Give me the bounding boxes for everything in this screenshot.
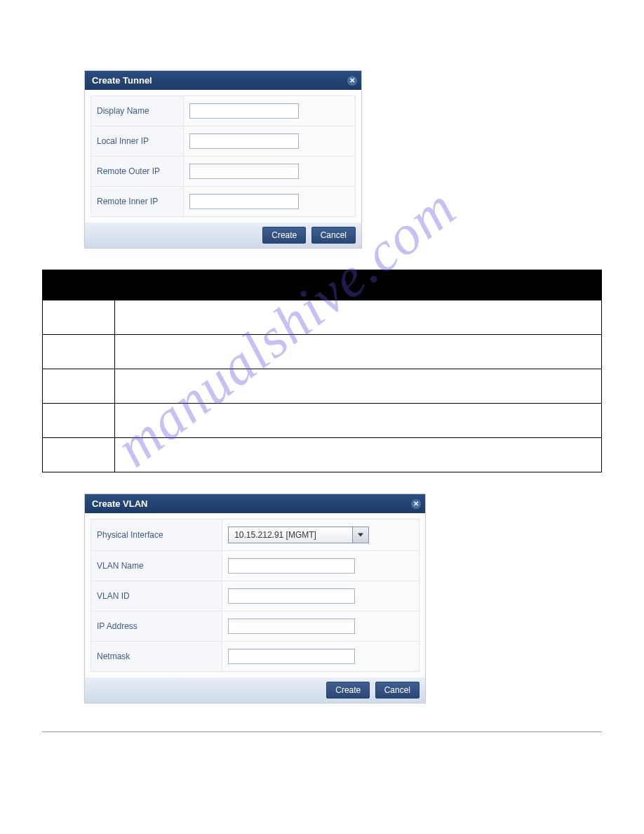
dialog-header: Create VLAN ✕ [85,494,425,513]
create-button[interactable]: Create [262,227,306,244]
info-table-wrap [42,270,602,472]
cancel-button[interactable]: Cancel [311,227,356,244]
info-cell [43,369,115,404]
remote-outer-ip-label: Remote Outer IP [91,157,184,187]
physical-interface-select[interactable]: 10.15.212.91 [MGMT] [228,527,369,543]
dialog-title: Create VLAN [92,498,147,509]
info-cell [115,300,602,335]
vlan-name-label: VLAN Name [91,551,222,581]
info-cell [115,369,602,404]
info-cell [115,438,602,472]
info-table-header-1 [43,270,115,300]
physical-interface-label: Physical Interface [91,519,222,551]
info-cell [43,404,115,438]
local-inner-ip-input[interactable] [189,133,299,149]
info-cell [115,335,602,369]
create-vlan-dialog: Create VLAN ✕ Physical Interface 10.15.2… [84,494,426,703]
display-name-cell [183,96,355,126]
chevron-down-icon [352,527,368,543]
netmask-input[interactable] [228,649,355,664]
info-cell [115,404,602,438]
netmask-cell [222,642,420,672]
remote-inner-ip-label: Remote Inner IP [91,187,184,217]
remote-inner-ip-cell [183,187,355,217]
create-button[interactable]: Create [326,682,370,699]
select-value: 10.15.212.91 [MGMT] [229,527,352,543]
info-table-header-2 [115,270,602,300]
dialog-footer: Create Cancel [85,677,425,703]
cancel-button[interactable]: Cancel [375,682,420,699]
dialog-footer: Create Cancel [85,223,361,248]
vlan-name-cell [222,551,420,581]
vlan-form-table: Physical Interface 10.15.212.91 [MGMT] V… [90,519,420,672]
netmask-label: Netmask [91,642,222,672]
ip-address-cell [222,611,420,642]
display-name-label: Display Name [91,96,184,126]
local-inner-ip-label: Local Inner IP [91,126,184,157]
dialog-body: Display Name Local Inner IP Remote Outer… [85,90,361,223]
remote-inner-ip-input[interactable] [189,194,299,209]
info-table [42,270,602,472]
ip-address-input[interactable] [228,618,355,634]
vlan-id-cell [222,581,420,611]
local-inner-ip-cell [183,126,355,157]
vlan-name-input[interactable] [228,558,355,574]
dialog-body: Physical Interface 10.15.212.91 [MGMT] V… [85,513,425,677]
remote-outer-ip-cell [183,157,355,187]
info-cell [43,335,115,369]
tunnel-form-table: Display Name Local Inner IP Remote Outer… [90,95,356,217]
vlan-id-label: VLAN ID [91,581,222,611]
svg-marker-0 [358,534,363,537]
info-cell [43,300,115,335]
remote-outer-ip-input[interactable] [189,164,299,179]
info-cell [43,438,115,472]
physical-interface-cell: 10.15.212.91 [MGMT] [222,519,420,551]
close-icon[interactable]: ✕ [411,499,421,509]
vlan-id-input[interactable] [228,588,355,604]
page-divider [42,732,602,732]
close-icon[interactable]: ✕ [347,76,357,86]
dialog-title: Create Tunnel [92,75,152,86]
display-name-input[interactable] [189,103,299,119]
create-tunnel-dialog: Create Tunnel ✕ Display Name Local Inner… [84,70,362,249]
dialog-header: Create Tunnel ✕ [85,71,361,90]
ip-address-label: IP Address [91,611,222,642]
